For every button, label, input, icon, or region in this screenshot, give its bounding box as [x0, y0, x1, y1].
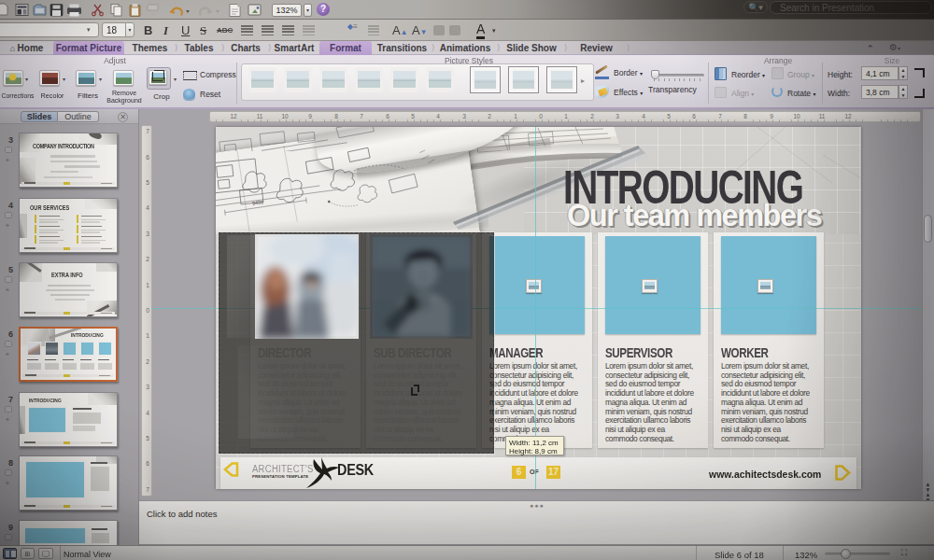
svg-text:9400: 9400 [252, 199, 264, 205]
